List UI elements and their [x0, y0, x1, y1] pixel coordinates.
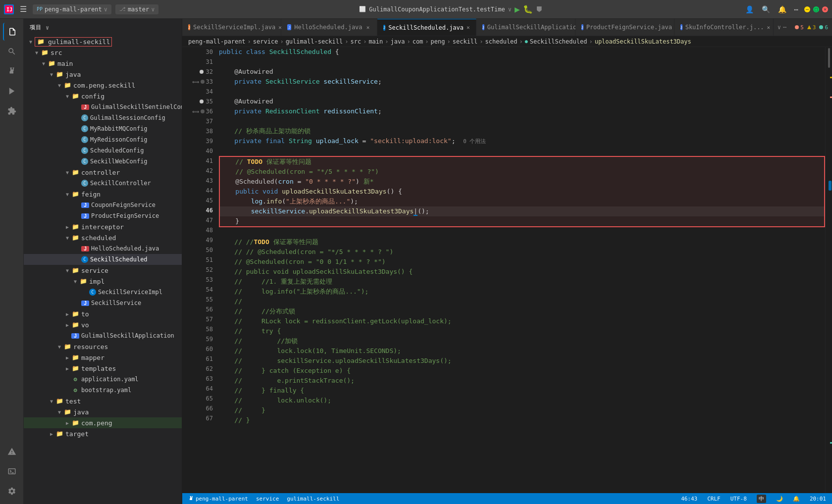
tree-item-app[interactable]: ▶ J GulimallSeckillApplication	[24, 330, 182, 341]
tree-item-src[interactable]: ▼ 📁 src	[24, 47, 182, 58]
tree-item-config[interactable]: ▼ 📁 config	[24, 91, 182, 101]
status-module[interactable]: gulimall-seckill	[285, 496, 341, 502]
tree-item-seckill-impl[interactable]: ▶ C SeckillServiceImpl	[24, 287, 182, 298]
status-crlf[interactable]: CRLF	[705, 496, 723, 502]
folder-icon-feign: 📁	[71, 191, 79, 198]
tree-item-app-yaml[interactable]: ▶ ⚙ application.yaml	[24, 374, 182, 385]
activity-plugins[interactable]	[3, 102, 21, 120]
activity-search[interactable]	[3, 43, 21, 60]
code-content[interactable]: public class SeckillScheduled { @Autowir…	[217, 47, 825, 493]
ln-33: ⟺ 33	[182, 77, 217, 87]
tree-item-java[interactable]: ▼ 📁 java	[24, 69, 182, 80]
file-icon-product: J	[81, 213, 89, 219]
project-selector[interactable]: PP peng-mall-parent ∨	[33, 4, 111, 14]
hamburger-menu[interactable]: ☰	[18, 2, 29, 16]
right-scrollbar[interactable]	[825, 47, 832, 493]
tree-item-session-config[interactable]: ▶ C GulimallSessionConfig	[24, 112, 182, 123]
status-moon[interactable]: 🌙	[774, 496, 785, 502]
tree-item-to[interactable]: ▶ 📁 to	[24, 308, 182, 319]
search-button[interactable]: 🔍	[760, 3, 772, 15]
tab-seckill-impl[interactable]: J SeckillServiceImpl.java ✕	[182, 19, 281, 36]
activity-git[interactable]	[3, 62, 21, 80]
status-position[interactable]: 46:43	[679, 496, 699, 502]
tree-item-templates[interactable]: ▶ 📁 templates	[24, 363, 182, 374]
tab-close-6[interactable]: ✕	[767, 23, 771, 31]
activity-explorer[interactable]	[3, 23, 21, 41]
tree-item-redisson[interactable]: ▶ C MyRedissonConfig	[24, 134, 182, 145]
tab-close-2[interactable]: ✕	[365, 23, 371, 31]
tab-overflow-menu[interactable]: ∨ ⋯	[774, 19, 790, 36]
ln-59: 59	[182, 334, 217, 344]
tab-product-feign[interactable]: J ProductFeignService.java ✕	[575, 19, 675, 36]
tree-item-target[interactable]: ▶ 📁 target	[24, 428, 182, 439]
status-time[interactable]: 20:01	[808, 496, 828, 502]
gutter-dot-33	[201, 80, 205, 84]
folder-icon-controller: 📁	[71, 169, 79, 176]
tab-icon-5: J	[581, 24, 583, 30]
code-line-53: // //1. 重复上架无需处理	[219, 277, 825, 287]
tree-item-vo[interactable]: ▶ 📁 vo	[24, 319, 182, 330]
tab-sku-ctrl[interactable]: J SkuInfoController.j... ✕	[675, 19, 774, 36]
tab-close-3[interactable]: ✕	[467, 24, 470, 32]
method-breadcrumb[interactable]: uploadSeckillSkuLatest3Days	[595, 38, 691, 45]
activity-settings[interactable]	[3, 482, 21, 500]
tree-item-controller[interactable]: ▼ 📁 controller	[24, 167, 182, 178]
tree-item-mapper[interactable]: ▶ 📁 mapper	[24, 352, 182, 363]
tree-item-coupon-feign[interactable]: ▶ J CouponFeignService	[24, 200, 182, 210]
tree-item-seckill-service[interactable]: ▶ J SeckillService	[24, 298, 182, 308]
tree-item-resources[interactable]: ▼ 📁 resources	[24, 341, 182, 352]
maximize-button[interactable]: □	[813, 6, 819, 12]
run-button[interactable]: ▶	[515, 4, 520, 14]
folder-icon-src: 📁	[41, 49, 49, 56]
debug-button[interactable]: 🐛	[523, 4, 533, 14]
activity-run[interactable]	[3, 82, 21, 100]
activity-problems[interactable]	[3, 443, 21, 460]
minimize-button[interactable]: —	[804, 6, 810, 12]
tree-item-boot-yaml[interactable]: ▶ ⚙ bootstrap.yaml	[24, 385, 182, 396]
coverage-button[interactable]: ⛊	[536, 5, 543, 13]
tree-item-main[interactable]: ▼ 📁 main	[24, 58, 182, 69]
status-utf8[interactable]: UTF-8	[728, 496, 749, 502]
status-path[interactable]: service	[254, 496, 281, 502]
tab-gulimall-app[interactable]: J GulimallSeckillApplication.java ✕	[476, 19, 575, 36]
tab-seckill-sched[interactable]: J SeckillScheduled.java ✕	[377, 19, 476, 36]
tree-item-gulimall-seckill[interactable]: ▼ 📁 gulimall-seckill	[24, 36, 182, 47]
tree-item-impl[interactable]: ▼ 📁 impl	[24, 276, 182, 287]
ln-57: 57	[182, 314, 217, 324]
tree-item-test-java[interactable]: ▼ 📁 java	[24, 406, 182, 417]
svg-point-3	[795, 25, 799, 29]
tree-item-feign[interactable]: ▼ 📁 feign	[24, 189, 182, 200]
tree-item-sentinel-config[interactable]: ▶ J GulimallSeckillSentinelConfig.java	[24, 101, 182, 112]
tree-item-com-peng[interactable]: ▼ 📁 com.peng.seckill	[24, 80, 182, 91]
tree-item-seckill-controller[interactable]: ▶ C SeckillController	[24, 178, 182, 189]
svg-point-5	[819, 25, 823, 29]
tab-icon-1: J	[188, 24, 190, 30]
tree-item-service[interactable]: ▼ 📁 service	[24, 265, 182, 276]
tree-item-hello-scheduled[interactable]: ▶ J HelloScheduled.java	[24, 243, 182, 254]
tree-item-test-com-peng[interactable]: ▶ 📁 com.peng	[24, 417, 182, 428]
status-theme[interactable]: 中	[755, 495, 768, 503]
tree-item-product-feign[interactable]: ▶ J ProductFeignService	[24, 210, 182, 221]
file-icon-boot-yaml: ⚙	[71, 387, 79, 394]
status-git[interactable]: peng-mall-parent	[186, 496, 250, 502]
notifications-button[interactable]: 🔔	[776, 3, 788, 15]
status-notification[interactable]: 🔔	[791, 496, 802, 502]
editor-area: J SeckillServiceImpl.java ✕ J HelloSched…	[182, 19, 832, 504]
tab-hello-sched[interactable]: J HelloScheduled.java ✕	[281, 19, 377, 36]
more-actions-button[interactable]: ⋯	[792, 3, 800, 15]
code-line-39: private final String upload_lock = "seck…	[219, 136, 825, 146]
code-line-35: @Autowired	[219, 97, 825, 106]
tree-item-rabbitmq[interactable]: ▶ C MyRabbitMQConfig	[24, 123, 182, 134]
tree-item-seckill-scheduled[interactable]: ▶ C SeckillScheduled	[24, 254, 182, 265]
tree-item-test[interactable]: ▼ 📁 test	[24, 396, 182, 406]
activity-terminal[interactable]	[3, 462, 21, 480]
tree-item-sched-config[interactable]: ▶ C ScheduledConfig	[24, 145, 182, 156]
tree-item-web-config[interactable]: ▶ C SeckillWebConfig	[24, 156, 182, 167]
close-button[interactable]: ✕	[822, 6, 828, 12]
folder-icon-service: 📁	[71, 267, 79, 274]
profile-button[interactable]: 👤	[743, 3, 756, 15]
branch-selector[interactable]: ⎇ master ∨	[115, 4, 159, 14]
tree-item-interceptor[interactable]: ▶ 📁 interceptor	[24, 221, 182, 232]
file-icon-j: J	[81, 104, 89, 110]
tree-item-scheduled[interactable]: ▼ 📁 scheduled	[24, 232, 182, 243]
